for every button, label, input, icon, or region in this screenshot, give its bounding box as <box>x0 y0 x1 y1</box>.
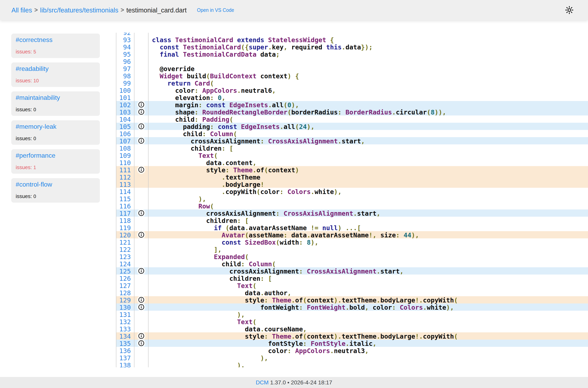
code-token: , <box>376 210 380 217</box>
code-token: }); <box>361 43 373 51</box>
open-in-vscode-link[interactable]: Open in VS Code <box>197 7 234 13</box>
line-number: 117 <box>116 209 134 217</box>
line-number: 131 <box>116 311 134 318</box>
code-line-132: 132 Text( <box>116 318 588 325</box>
code-token <box>342 108 345 116</box>
gutter-icon-cell <box>134 173 149 181</box>
code-token: ), <box>198 195 206 203</box>
line-number: 93 <box>116 36 134 43</box>
code-text: @override <box>149 65 588 72</box>
code-token: ( <box>303 333 307 340</box>
code-token: BorderRadius <box>345 108 392 116</box>
code-token: italic <box>350 340 373 347</box>
code-token: : <box>210 94 214 102</box>
code-token: FontStyle <box>311 340 345 347</box>
code-token: { <box>295 72 299 80</box>
tag-label[interactable]: #memory-leak <box>16 123 96 130</box>
line-number: 132 <box>116 318 134 325</box>
code-text <box>149 58 588 65</box>
code-line-131: 131 ), <box>116 311 588 318</box>
code-text: class TestimonialCard extends StatelessW… <box>149 36 588 43</box>
code-token: : <box>195 108 198 116</box>
code-token <box>396 304 400 311</box>
code-viewer: 9293class TestimonialCard extends Statel… <box>116 33 588 367</box>
code-token: 8 <box>431 108 435 116</box>
info-icon[interactable] <box>137 230 146 239</box>
line-number: 124 <box>116 260 134 267</box>
tag-label[interactable]: #readability <box>16 65 96 73</box>
breadcrumb-folder[interactable]: lib/src/features/testimonials <box>40 6 118 14</box>
code-token: color <box>152 347 287 355</box>
code-text: .bodyLarge! <box>149 181 588 188</box>
gutter-icon-cell <box>134 58 149 65</box>
gutter-icon-cell <box>134 340 149 347</box>
code-token: 24 <box>299 123 307 131</box>
info-icon[interactable] <box>137 339 146 348</box>
code-token: : <box>299 304 303 311</box>
code-token: . <box>311 188 314 195</box>
tag-label[interactable]: #maintainability <box>16 94 96 101</box>
code-token: . <box>291 296 295 304</box>
code-token: circular <box>396 108 427 116</box>
tag-label[interactable]: #performance <box>16 152 96 159</box>
info-icon[interactable] <box>137 165 146 174</box>
line-number: 98 <box>116 72 134 79</box>
tag-label[interactable]: #control-flow <box>16 181 96 188</box>
code-line-114: 114 .copyWith(color: Colors.white), <box>116 188 588 195</box>
code-token: courseName <box>264 325 303 333</box>
code-token: copyWith <box>423 296 454 304</box>
info-icon[interactable] <box>137 266 146 276</box>
code-token <box>152 173 222 181</box>
code-token: fontWeight <box>152 304 299 311</box>
code-token: : <box>241 260 245 268</box>
breadcrumb-all-files[interactable]: All files <box>11 6 32 14</box>
code-token: . <box>245 224 249 232</box>
info-icon[interactable] <box>137 302 146 312</box>
code-token: Theme <box>272 296 291 304</box>
code-token: Avatar <box>222 231 245 239</box>
line-number: 126 <box>116 274 134 282</box>
code-token: 8 <box>307 239 311 246</box>
gutter-icon-cell <box>134 274 149 282</box>
code-token: ( <box>245 253 249 261</box>
code-line-118: 118 children: [ <box>116 217 588 224</box>
gutter-icon-cell <box>134 246 149 253</box>
info-icon[interactable] <box>137 208 146 218</box>
code-token <box>206 130 210 138</box>
code-token: Column <box>210 130 233 138</box>
code-token <box>237 123 241 131</box>
info-icon[interactable] <box>137 136 146 146</box>
code-token <box>268 296 272 304</box>
code-token: shape <box>152 108 195 116</box>
gutter-icon-cell <box>134 72 149 79</box>
code-token: EdgeInsets <box>241 123 280 131</box>
tag-label[interactable]: #correctness <box>16 36 96 44</box>
code-token: children <box>152 275 260 282</box>
code-token: context <box>307 296 334 304</box>
code-token: . <box>260 325 264 333</box>
code-token <box>264 36 268 44</box>
line-number: 133 <box>116 325 134 332</box>
sun-icon <box>565 5 574 15</box>
issues-label: issues: <box>16 193 33 199</box>
gutter-icon-cell <box>134 347 149 354</box>
info-icon[interactable] <box>137 122 146 131</box>
issues-value: 1 <box>33 165 36 170</box>
code-token: : <box>299 239 303 246</box>
tag-card-correctness: #correctnessissues: 5 <box>11 34 100 58</box>
code-token: ( <box>253 318 256 326</box>
line-number: 121 <box>116 238 134 246</box>
code-token: ( <box>256 188 260 195</box>
code-token <box>152 188 222 195</box>
code-token: ( <box>206 72 210 80</box>
info-icon[interactable] <box>137 107 146 117</box>
theme-toggle-button[interactable] <box>561 1 578 19</box>
code-token <box>152 224 214 232</box>
code-text: crossAxisAlignment: CrossAxisAlignment.s… <box>149 137 588 145</box>
code-token: CrossAxisAlignment <box>307 267 377 275</box>
dcm-link[interactable]: DCM <box>256 379 269 386</box>
code-line-135: 135 fontStyle: FontStyle.italic, <box>116 340 588 347</box>
code-token <box>226 101 229 109</box>
line-number: 100 <box>116 87 134 94</box>
code-token: children <box>152 145 222 152</box>
